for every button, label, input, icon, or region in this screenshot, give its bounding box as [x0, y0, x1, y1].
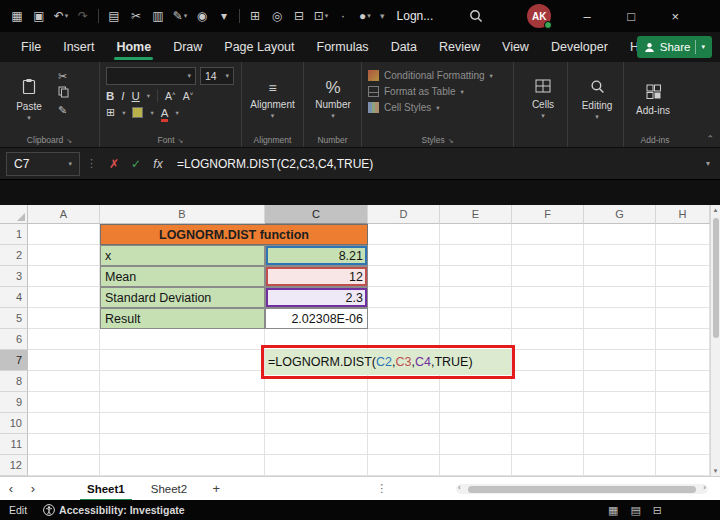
cell-F4[interactable] [512, 287, 584, 308]
cell-B12[interactable] [100, 455, 265, 476]
paste-button[interactable]: Paste ▾ [6, 67, 52, 132]
cell-H3[interactable] [656, 266, 710, 287]
enter-button[interactable]: ✓ [125, 152, 147, 176]
insert-function-button[interactable]: fx [147, 152, 169, 176]
next-sheet-icon[interactable]: › [22, 481, 44, 496]
column-header-D[interactable]: D [368, 205, 440, 224]
undo-icon[interactable]: ↶▾ [50, 5, 72, 27]
cell-H11[interactable] [656, 434, 710, 455]
dialog-launcher-icon[interactable]: ↘ [448, 137, 454, 144]
cell-H7[interactable] [656, 350, 710, 371]
cell-H2[interactable] [656, 245, 710, 266]
cell-D12[interactable] [368, 455, 440, 476]
column-header-H[interactable]: H [656, 205, 710, 224]
column-header-G[interactable]: G [584, 205, 656, 224]
cell-H12[interactable] [656, 455, 710, 476]
copy-icon[interactable] [58, 86, 69, 100]
font-size-combobox[interactable]: 14▾ [200, 67, 234, 85]
cell-E10[interactable] [440, 413, 512, 434]
cell-F9[interactable] [512, 392, 584, 413]
italic-button[interactable]: I [121, 90, 124, 102]
fill-color-icon[interactable] [132, 107, 143, 118]
addins-button[interactable]: Add-ins [630, 67, 676, 132]
ribbon-tab-page-layout[interactable]: Page Layout [213, 32, 305, 62]
row-header-1[interactable]: 1 [0, 224, 28, 245]
cell-G1[interactable] [584, 224, 656, 245]
cell-H4[interactable] [656, 287, 710, 308]
column-header-A[interactable]: A [28, 205, 100, 224]
cell-E9[interactable] [440, 392, 512, 413]
row-header-4[interactable]: 4 [0, 287, 28, 308]
cell-D3[interactable] [368, 266, 440, 287]
cell-C5[interactable]: 2.02308E-06 [265, 308, 368, 329]
horizontal-scrollbar[interactable]: ‹ › [456, 484, 708, 494]
cell-C9[interactable] [265, 392, 368, 413]
cell-A12[interactable] [28, 455, 100, 476]
number-button[interactable]: % Number ▾ [310, 67, 356, 132]
row-header-7[interactable]: 7 [0, 350, 28, 371]
cell-C3[interactable]: 12 [265, 266, 368, 287]
format-as-table-button[interactable]: Format as Table ▾ [368, 86, 493, 97]
ribbon-tab-data[interactable]: Data [380, 32, 428, 62]
cell-G7[interactable] [584, 350, 656, 371]
cell-B4[interactable]: Standard Deviation [100, 287, 265, 308]
cell-D11[interactable] [368, 434, 440, 455]
chevron-down-icon[interactable]: ▾ [175, 109, 178, 117]
row-header-8[interactable]: 8 [0, 371, 28, 392]
horizontal-scroll-thumb[interactable] [468, 486, 696, 493]
cell-D5[interactable] [368, 308, 440, 329]
sheet-tab-sheet1[interactable]: Sheet1 [74, 477, 138, 501]
vertical-scroll-thumb[interactable] [713, 218, 719, 338]
expand-formula-bar-icon[interactable]: ▾ [696, 159, 720, 168]
cell-B7[interactable] [100, 350, 265, 371]
cell-F3[interactable] [512, 266, 584, 287]
ribbon-tab-file[interactable]: File [10, 32, 52, 62]
cells-button[interactable]: Cells ▾ [520, 67, 566, 132]
page-break-view-icon[interactable]: ⊟ [653, 504, 662, 517]
close-button[interactable]: × [653, 0, 697, 32]
cell-E3[interactable] [440, 266, 512, 287]
cell-D10[interactable] [368, 413, 440, 434]
cell-E11[interactable] [440, 434, 512, 455]
cell-G12[interactable] [584, 455, 656, 476]
cell-B2[interactable]: x [100, 245, 265, 266]
cell-A11[interactable] [28, 434, 100, 455]
font-name-combobox[interactable]: ▾ [106, 67, 196, 85]
cell-A1[interactable] [28, 224, 100, 245]
cell-G3[interactable] [584, 266, 656, 287]
column-header-E[interactable]: E [440, 205, 512, 224]
select-all-corner[interactable] [0, 205, 28, 224]
cell-E5[interactable] [440, 308, 512, 329]
qat-overflow-icon[interactable]: ▾ [380, 11, 385, 21]
cell-C2[interactable]: 8.21 [265, 245, 368, 266]
format-painter-icon[interactable]: ✎▾ [169, 5, 191, 27]
printer-icon[interactable]: ⊡▾ [310, 5, 332, 27]
cell-A10[interactable] [28, 413, 100, 434]
cell-B9[interactable] [100, 392, 265, 413]
cell-E2[interactable] [440, 245, 512, 266]
chevron-down-icon[interactable]: ▾ [147, 92, 150, 100]
cell-A9[interactable] [28, 392, 100, 413]
row-header-11[interactable]: 11 [0, 434, 28, 455]
cell-H10[interactable] [656, 413, 710, 434]
column-header-B[interactable]: B [100, 205, 265, 224]
grow-font-button[interactable]: A˄ [165, 90, 176, 102]
row-header-10[interactable]: 10 [0, 413, 28, 434]
cell-D2[interactable] [368, 245, 440, 266]
search-icon[interactable] [465, 5, 487, 27]
borders-button[interactable]: ⊞ [106, 106, 115, 119]
cell-F6[interactable] [512, 329, 584, 350]
cell-G9[interactable] [584, 392, 656, 413]
vertical-scrollbar[interactable]: ▴ ▾ [710, 205, 720, 476]
cell-F8[interactable] [512, 371, 584, 392]
row-header-6[interactable]: 6 [0, 329, 28, 350]
chevron-down-icon[interactable]: ▾ [122, 109, 125, 117]
cut-icon[interactable]: ✂ [58, 70, 69, 82]
column-header-C[interactable]: C [265, 205, 368, 224]
cell-G5[interactable] [584, 308, 656, 329]
prev-sheet-icon[interactable]: ‹ [0, 481, 22, 496]
qat-more-icon[interactable]: ▾ [213, 5, 235, 27]
cell-G10[interactable] [584, 413, 656, 434]
dialog-launcher-icon[interactable]: ↘ [66, 137, 72, 144]
preview-icon[interactable]: ◉ [191, 5, 213, 27]
